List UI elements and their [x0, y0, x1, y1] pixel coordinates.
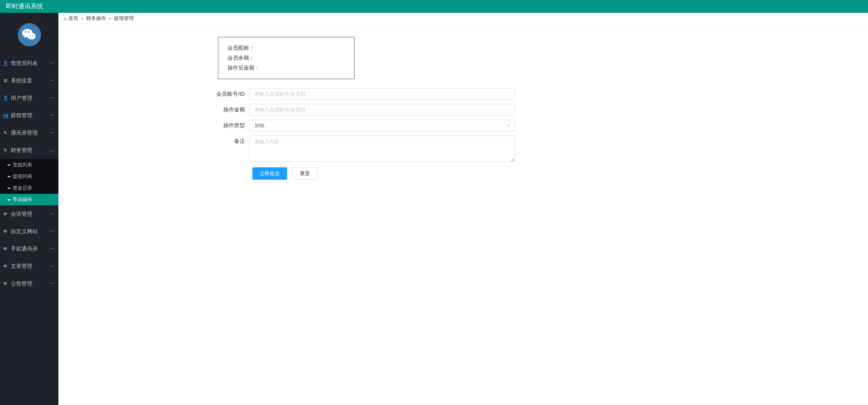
svg-point-3: [27, 33, 35, 39]
eye-icon: 👁: [2, 211, 9, 217]
sidebar-item-user-management[interactable]: 👤 用户管理 ﹀: [0, 89, 58, 107]
list-icon: ▪▪▪: [7, 186, 10, 190]
sidebar-subitem-label: 手动操作: [12, 196, 32, 203]
logo-area: [0, 13, 58, 55]
eye-icon: 👁: [2, 263, 9, 269]
chevron-down-icon: ﹀: [50, 246, 54, 252]
submenu-finance: ▪▪▪ 充值列表 ▪▪▪ 提现列表 ▪▪▪ 资金记录 ▪▪▪ 手动操作: [0, 159, 58, 205]
chevron-down-icon: ﹀: [50, 229, 54, 235]
sidebar-subitem-manual-operation[interactable]: ▪▪▪ 手动操作: [0, 194, 58, 205]
svg-point-5: [32, 35, 33, 36]
sidebar-item-label: 财务管理: [11, 147, 50, 154]
breadcrumb-home[interactable]: 首页: [68, 15, 78, 22]
breadcrumb-separator: >: [109, 16, 111, 22]
sidebar-item-system-settings[interactable]: ⚙ 系统设置 ﹀: [0, 72, 58, 89]
submit-button[interactable]: 立即提交: [252, 167, 287, 180]
sidebar-subitem-fund-records[interactable]: ▪▪▪ 资金记录: [0, 182, 58, 194]
list-icon: ▪▪▪: [7, 174, 10, 179]
sidebar-item-finance-management[interactable]: ✎ 财务管理 ︿: [0, 142, 58, 159]
sidebar-subitem-label: 充值列表: [12, 162, 32, 169]
chevron-down-icon: ﹀: [50, 60, 54, 67]
account-input[interactable]: [249, 88, 515, 100]
remark-label: 备注: [58, 135, 249, 147]
sidebar-item-announcement-management[interactable]: 👁 公告管理 ﹀: [0, 275, 58, 292]
app-title: 即时通讯系统: [6, 2, 43, 10]
chevron-down-icon: ﹀: [50, 211, 54, 217]
chevron-down-icon: ﹀: [50, 130, 54, 136]
list-icon: ▪▪▪: [7, 197, 10, 202]
breadcrumb: ⌂ 首页 > 财务操作 > 提现管理: [58, 13, 868, 24]
sidebar-item-contacts-management[interactable]: ✎ 通讯录管理 ﹀: [0, 124, 58, 142]
remark-textarea[interactable]: [249, 135, 515, 162]
breadcrumb-item: 提现管理: [114, 15, 134, 22]
app-header: 即时通讯系统: [0, 0, 868, 13]
gear-icon: ⚙: [2, 78, 9, 84]
type-label: 操作类型: [58, 120, 249, 131]
sidebar-item-label: 群组管理: [11, 112, 50, 119]
sidebar-item-custom-website[interactable]: 👁 自定义网站 ﹀: [0, 223, 58, 240]
sidebar-item-label: 文章管理: [11, 263, 50, 270]
member-info-box: 会员昵称： 会员余额： 操作后金额：: [218, 37, 355, 79]
main-content: ⌂ 首页 > 财务操作 > 提现管理 会员昵称： 会员余额： 操作后金额： 会员…: [58, 13, 868, 405]
sidebar-item-label: 管理员列表: [11, 60, 50, 67]
member-balance-row: 会员余额：: [227, 53, 345, 63]
eye-icon: 👁: [2, 229, 9, 234]
eye-icon: 👁: [2, 246, 9, 252]
svg-point-1: [25, 31, 26, 33]
eye-icon: 👁: [2, 281, 9, 287]
operation-type-select[interactable]: 加钱 ▾: [249, 120, 515, 131]
chevron-down-icon: ﹀: [50, 263, 54, 270]
sidebar: 👤 管理员列表 ﹀ ⚙ 系统设置 ﹀ 👤 用户管理 ﹀ 👥 群组管理 ﹀ ✎ 通…: [0, 13, 58, 405]
after-operation-row: 操作后金额：: [227, 63, 345, 73]
sidebar-subitem-withdraw-list[interactable]: ▪▪▪ 提现列表: [0, 171, 58, 182]
sidebar-item-article-management[interactable]: 👁 文章管理 ﹀: [0, 258, 58, 275]
sidebar-subitem-recharge-list[interactable]: ▪▪▪ 充值列表: [0, 159, 58, 171]
list-icon: ▪▪▪: [7, 162, 10, 167]
breadcrumb-item[interactable]: 财务操作: [86, 15, 106, 22]
chevron-down-icon: ﹀: [50, 95, 54, 101]
sidebar-item-label: 系统设置: [11, 77, 50, 84]
wechat-logo-icon: [18, 23, 41, 46]
breadcrumb-separator: >: [81, 16, 84, 22]
user-icon: 👤: [2, 95, 9, 101]
sidebar-item-label: 通讯录管理: [11, 129, 50, 137]
sidebar-item-group-management[interactable]: 👥 群组管理 ﹀: [0, 107, 58, 124]
select-value: 加钱: [254, 122, 264, 129]
amount-input[interactable]: [249, 104, 515, 116]
member-nickname-row: 会员昵称：: [227, 43, 345, 53]
sidebar-subitem-label: 提现列表: [12, 173, 32, 180]
svg-point-2: [28, 31, 29, 33]
home-icon: ⌂: [63, 15, 67, 22]
sidebar-item-phone-contacts[interactable]: 👁 手机通讯录 ﹀: [0, 240, 58, 258]
sidebar-item-admin-list[interactable]: 👤 管理员列表 ﹀: [0, 55, 58, 72]
reset-button[interactable]: 重置: [292, 167, 318, 180]
account-label: 会员账号/ID: [58, 88, 249, 100]
svg-point-4: [29, 35, 31, 36]
sidebar-item-label: 用户管理: [11, 94, 50, 102]
users-icon: 👥: [2, 113, 9, 118]
sidebar-item-label: 会话管理: [11, 210, 50, 218]
chevron-down-icon: ﹀: [50, 113, 54, 119]
chevron-down-icon: ﹀: [50, 78, 54, 84]
chevron-up-icon: ︿: [50, 147, 54, 154]
sidebar-item-label: 自定义网站: [11, 228, 50, 235]
user-icon: 👤: [2, 60, 9, 66]
sidebar-item-session-management[interactable]: 👁 会话管理 ﹀: [0, 205, 58, 223]
amount-label: 操作金额: [58, 104, 249, 116]
sidebar-item-label: 手机通讯录: [11, 245, 50, 253]
edit-icon: ✎: [2, 147, 9, 153]
sidebar-item-label: 公告管理: [11, 280, 50, 287]
chevron-down-icon: ▾: [508, 123, 510, 128]
sidebar-subitem-label: 资金记录: [12, 185, 32, 192]
chevron-down-icon: ﹀: [50, 281, 54, 287]
edit-icon: ✎: [2, 130, 9, 136]
